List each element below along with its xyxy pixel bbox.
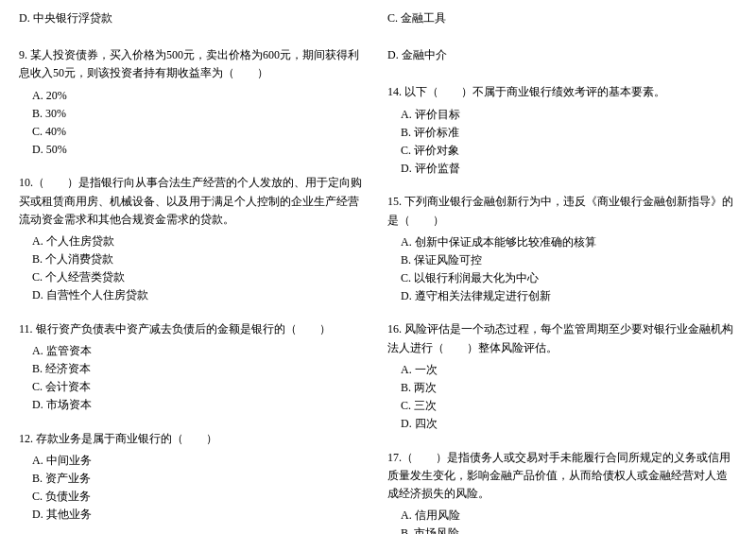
- option-text: D. 自营性个人住房贷款: [19, 286, 369, 304]
- question-text: D. 金融中介: [387, 46, 737, 64]
- question-block: 15. 下列商业银行金融创新行为中，违反《商业银行金融创新指导》的是（ ）A. …: [387, 193, 737, 305]
- option-text: D. 50%: [19, 141, 369, 159]
- question-block: D. 中央银行浮贷款: [19, 9, 369, 31]
- left-column: D. 中央银行浮贷款9. 某人投资债券，买入价格为500元，卖出价格为600元，…: [19, 9, 369, 534]
- question-text: D. 中央银行浮贷款: [19, 9, 369, 27]
- option-text: B. 两次: [387, 379, 737, 397]
- option-text: B. 30%: [19, 105, 369, 123]
- option-text: A. 评价目标: [387, 106, 737, 124]
- option-text: C. 评价对象: [387, 142, 737, 160]
- option-text: D. 其他业务: [19, 506, 369, 524]
- option-text: B. 经济资本: [19, 360, 369, 378]
- page-container: D. 中央银行浮贷款9. 某人投资债券，买入价格为500元，卖出价格为600元，…: [19, 9, 737, 534]
- question-block: 9. 某人投资债券，买入价格为500元，卖出价格为600元，期间获得利息收入50…: [19, 46, 369, 159]
- option-text: A. 个人住房贷款: [19, 233, 369, 250]
- question-text: 9. 某人投资债券，买入价格为500元，卖出价格为600元，期间获得利息收入50…: [19, 46, 369, 82]
- option-text: C. 以银行利润最大化为中心: [387, 269, 737, 287]
- question-text: C. 金融工具: [387, 9, 737, 27]
- question-block: 10.（ ）是指银行向从事合法生产经营的个人发放的、用于定向购买或租赁商用房、机…: [19, 174, 369, 304]
- question-text: 15. 下列商业银行金融创新行为中，违反《商业银行金融创新指导》的是（ ）: [387, 193, 737, 229]
- question-block: 14. 以下（ ）不属于商业银行绩效考评的基本要素。A. 评价目标B. 评价标准…: [387, 83, 737, 178]
- right-column: C. 金融工具D. 金融中介14. 以下（ ）不属于商业银行绩效考评的基本要素。…: [387, 9, 737, 534]
- question-block: 16. 风险评估是一个动态过程，每个监管周期至少要对银行业金融机构法人进行（ ）…: [387, 320, 737, 433]
- question-block: 12. 存款业务是属于商业银行的（ ）A. 中间业务B. 资产业务C. 负债业务…: [19, 430, 369, 525]
- option-text: C. 40%: [19, 123, 369, 141]
- option-text: A. 创新中保证成本能够比较准确的核算: [387, 233, 737, 251]
- option-text: D. 四次: [387, 415, 737, 433]
- option-text: B. 市场风险: [387, 525, 737, 534]
- option-text: C. 三次: [387, 397, 737, 415]
- option-text: B. 资产业务: [19, 470, 369, 488]
- columns-layout: D. 中央银行浮贷款9. 某人投资债券，买入价格为500元，卖出价格为600元，…: [19, 9, 737, 534]
- option-text: B. 评价标准: [387, 124, 737, 142]
- option-text: A. 信用风险: [387, 507, 737, 525]
- question-text: 16. 风险评估是一个动态过程，每个监管周期至少要对银行业金融机构法人进行（ ）…: [387, 320, 737, 356]
- option-text: D. 评价监督: [387, 160, 737, 178]
- question-text: 17.（ ）是指债务人或交易对手未能履行合同所规定的义务或信用质量发生变化，影响…: [387, 449, 737, 504]
- option-text: A. 监管资本: [19, 342, 369, 360]
- option-text: B. 个人消费贷款: [19, 250, 369, 268]
- question-text: 11. 银行资产负债表中资产减去负债后的金额是银行的（ ）: [19, 320, 369, 338]
- option-text: D. 市场资本: [19, 396, 369, 414]
- option-text: C. 会计资本: [19, 378, 369, 396]
- question-text: 10.（ ）是指银行向从事合法生产经营的个人发放的、用于定向购买或租赁商用房、机…: [19, 174, 369, 229]
- option-text: A. 中间业务: [19, 452, 369, 470]
- option-text: A. 20%: [19, 87, 369, 105]
- question-block: C. 金融工具: [387, 9, 737, 31]
- question-text: 12. 存款业务是属于商业银行的（ ）: [19, 430, 369, 448]
- option-text: C. 负债业务: [19, 488, 369, 506]
- option-text: D. 遵守相关法律规定进行创新: [387, 287, 737, 305]
- option-text: B. 保证风险可控: [387, 251, 737, 269]
- option-text: C. 个人经营类贷款: [19, 268, 369, 286]
- question-text: 14. 以下（ ）不属于商业银行绩效考评的基本要素。: [387, 83, 737, 101]
- question-block: D. 金融中介: [387, 46, 737, 68]
- question-block: 17.（ ）是指债务人或交易对手未能履行合同所规定的义务或信用质量发生变化，影响…: [387, 449, 737, 534]
- option-text: A. 一次: [387, 361, 737, 379]
- question-block: 11. 银行资产负债表中资产减去负债后的金额是银行的（ ）A. 监管资本B. 经…: [19, 320, 369, 415]
